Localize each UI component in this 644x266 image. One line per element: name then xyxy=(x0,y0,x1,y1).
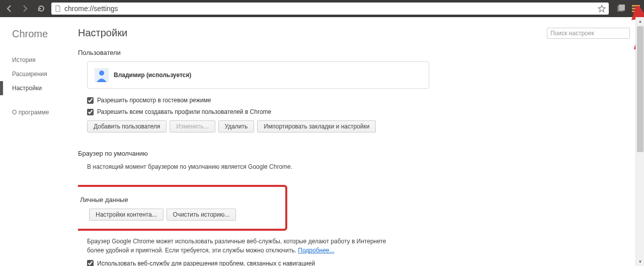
edit-user-button: Изменить... xyxy=(170,120,215,132)
sidebar-item-history[interactable]: История xyxy=(12,53,78,67)
learn-more-link[interactable]: Подробнее... xyxy=(298,247,334,254)
privacy-description: Браузер Google Chrome может использовать… xyxy=(87,237,399,255)
checkbox-anyone-input[interactable] xyxy=(87,109,94,115)
add-user-button[interactable]: Добавить пользователя xyxy=(87,120,167,132)
section-users-title: Пользователи xyxy=(78,49,630,56)
back-button[interactable] xyxy=(3,3,15,15)
search-settings-input[interactable] xyxy=(547,28,630,39)
checkbox-guest-browsing[interactable]: Разрешить просмотр в гостевом режиме xyxy=(87,97,630,104)
avatar-icon xyxy=(95,68,109,82)
address-bar[interactable] xyxy=(51,3,609,15)
section-default-browser-title: Браузер по умолчанию xyxy=(78,150,630,157)
reload-button[interactable] xyxy=(35,3,47,15)
checkbox-guest-input[interactable] xyxy=(87,97,94,104)
checkbox-nav-service[interactable]: Использовать веб-службу для разрешения п… xyxy=(87,260,630,266)
checkbox-anyone-profile[interactable]: Разрешить всем создавать профили пользов… xyxy=(87,108,630,115)
settings-main: Настройки Пользователи Владимир (использ… xyxy=(78,17,644,266)
annotation-highlight-box: Личные данные Настройки контента... Очис… xyxy=(78,185,287,231)
brand-title: Chrome xyxy=(12,28,78,40)
clear-history-button[interactable]: Очистить историю... xyxy=(167,209,236,221)
scroll-thumb[interactable] xyxy=(637,26,643,152)
user-profile-name: Владимир (используется) xyxy=(114,72,191,79)
privacy-desc-text: Браузер Google Chrome может использовать… xyxy=(87,238,386,254)
svg-rect-3 xyxy=(632,8,640,10)
svg-rect-2 xyxy=(632,5,640,7)
page-title: Настройки xyxy=(78,27,127,39)
scroll-down-button[interactable]: ▼ xyxy=(636,257,644,266)
import-bookmarks-button[interactable]: Импортировать закладки и настройки xyxy=(257,120,376,132)
bookmark-star-icon[interactable] xyxy=(598,5,606,13)
settings-sidebar: Chrome История Расширения Настройки О пр… xyxy=(0,17,78,266)
default-browser-text: В настоящий момент браузером по умолчани… xyxy=(87,162,630,172)
users-list: Владимир (используется) xyxy=(87,61,429,89)
forward-button[interactable] xyxy=(19,3,31,15)
hamburger-menu-icon[interactable] xyxy=(631,4,641,14)
delete-user-button[interactable]: Удалить xyxy=(218,120,255,132)
svg-rect-4 xyxy=(632,11,640,12)
section-privacy-title: Личные данные xyxy=(80,196,278,204)
sidebar-item-about[interactable]: О программе xyxy=(12,105,78,119)
user-profile-row[interactable]: Владимир (используется) xyxy=(88,66,429,84)
extension-icon[interactable] xyxy=(616,4,626,14)
sidebar-item-extensions[interactable]: Расширения xyxy=(12,67,78,81)
checkbox-anyone-label: Разрешить всем создавать профили пользов… xyxy=(97,108,271,115)
checkbox-guest-label: Разрешить просмотр в гостевом режиме xyxy=(97,97,211,104)
browser-toolbar xyxy=(0,0,644,17)
checkbox-nav-input[interactable] xyxy=(87,260,94,266)
page-icon xyxy=(54,5,61,12)
content-settings-button[interactable]: Настройки контента... xyxy=(89,209,164,221)
svg-rect-1 xyxy=(619,5,625,11)
scroll-up-button[interactable]: ▲ xyxy=(636,17,644,26)
url-input[interactable] xyxy=(64,5,595,13)
checkbox-nav-label: Использовать веб-службу для разрешения п… xyxy=(97,260,315,266)
vertical-scrollbar[interactable]: ▲ ▼ xyxy=(635,17,644,266)
svg-point-5 xyxy=(99,71,104,76)
sidebar-item-settings[interactable]: Настройки xyxy=(12,81,78,95)
